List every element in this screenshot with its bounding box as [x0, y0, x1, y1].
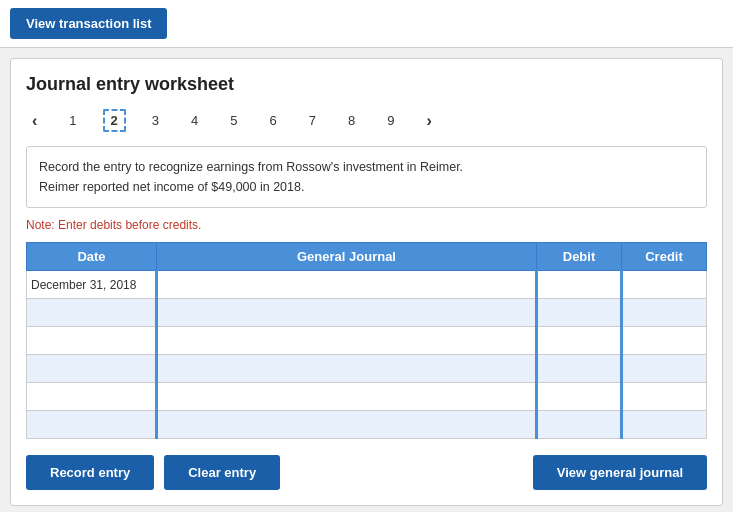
- cell-credit-0[interactable]: [622, 271, 707, 299]
- view-transaction-button[interactable]: View transaction list: [10, 8, 167, 39]
- page-6[interactable]: 6: [264, 111, 283, 130]
- main-container: Journal entry worksheet ‹ 1 2 3 4 5 6 7 …: [10, 58, 723, 506]
- cell-debit-5[interactable]: [537, 411, 622, 439]
- page-2[interactable]: 2: [103, 109, 126, 132]
- cell-date-0[interactable]: December 31, 2018: [27, 271, 157, 299]
- page-1[interactable]: 1: [63, 111, 82, 130]
- table-row: December 31, 2018: [27, 271, 707, 299]
- col-header-debit: Debit: [537, 243, 622, 271]
- pagination: ‹ 1 2 3 4 5 6 7 8 9 ›: [26, 109, 707, 132]
- top-bar: View transaction list: [0, 0, 733, 48]
- cell-credit-4[interactable]: [622, 383, 707, 411]
- col-header-journal: General Journal: [157, 243, 537, 271]
- cell-journal-4[interactable]: [157, 383, 537, 411]
- cell-journal-0[interactable]: [157, 271, 537, 299]
- table-row: [27, 299, 707, 327]
- cell-date-1[interactable]: [27, 299, 157, 327]
- cell-credit-5[interactable]: [622, 411, 707, 439]
- table-row: [27, 411, 707, 439]
- page-8[interactable]: 8: [342, 111, 361, 130]
- clear-entry-button[interactable]: Clear entry: [164, 455, 280, 490]
- page-4[interactable]: 4: [185, 111, 204, 130]
- description-text: Record the entry to recognize earnings f…: [39, 160, 463, 194]
- record-entry-button[interactable]: Record entry: [26, 455, 154, 490]
- cell-date-2[interactable]: [27, 327, 157, 355]
- col-header-date: Date: [27, 243, 157, 271]
- prev-page-arrow[interactable]: ‹: [26, 110, 43, 132]
- journal-table: Date General Journal Debit Credit Decemb…: [26, 242, 707, 439]
- cell-debit-3[interactable]: [537, 355, 622, 383]
- cell-credit-3[interactable]: [622, 355, 707, 383]
- table-row: [27, 327, 707, 355]
- page-5[interactable]: 5: [224, 111, 243, 130]
- description-box: Record the entry to recognize earnings f…: [26, 146, 707, 208]
- table-row: [27, 383, 707, 411]
- view-general-journal-button[interactable]: View general journal: [533, 455, 707, 490]
- cell-date-3[interactable]: [27, 355, 157, 383]
- cell-journal-3[interactable]: [157, 355, 537, 383]
- cell-credit-2[interactable]: [622, 327, 707, 355]
- cell-debit-4[interactable]: [537, 383, 622, 411]
- col-header-credit: Credit: [622, 243, 707, 271]
- cell-debit-1[interactable]: [537, 299, 622, 327]
- cell-credit-1[interactable]: [622, 299, 707, 327]
- cell-date-5[interactable]: [27, 411, 157, 439]
- cell-journal-2[interactable]: [157, 327, 537, 355]
- note-text: Note: Enter debits before credits.: [26, 218, 707, 232]
- worksheet-title: Journal entry worksheet: [26, 74, 707, 95]
- cell-journal-5[interactable]: [157, 411, 537, 439]
- cell-debit-0[interactable]: [537, 271, 622, 299]
- cell-journal-1[interactable]: [157, 299, 537, 327]
- table-row: [27, 355, 707, 383]
- page-7[interactable]: 7: [303, 111, 322, 130]
- next-page-arrow[interactable]: ›: [420, 110, 437, 132]
- page-9[interactable]: 9: [381, 111, 400, 130]
- page-3[interactable]: 3: [146, 111, 165, 130]
- bottom-buttons: Record entry Clear entry View general jo…: [26, 455, 707, 490]
- cell-date-4[interactable]: [27, 383, 157, 411]
- cell-debit-2[interactable]: [537, 327, 622, 355]
